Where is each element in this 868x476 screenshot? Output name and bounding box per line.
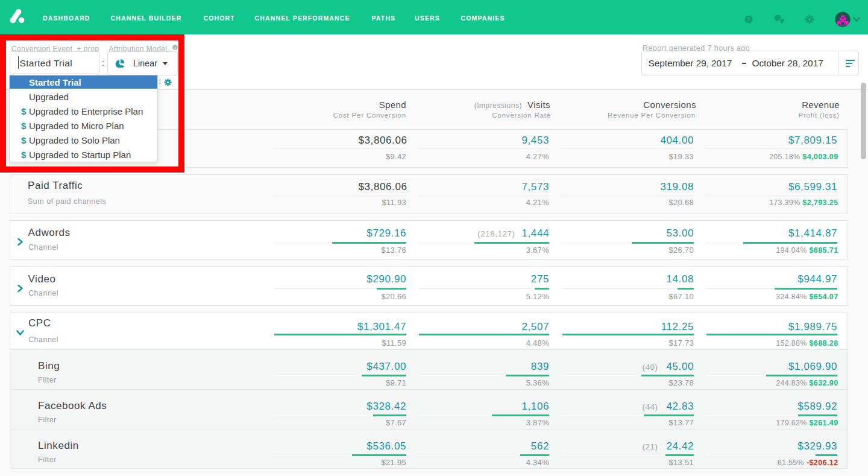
svg-text:?: ? (747, 16, 750, 22)
